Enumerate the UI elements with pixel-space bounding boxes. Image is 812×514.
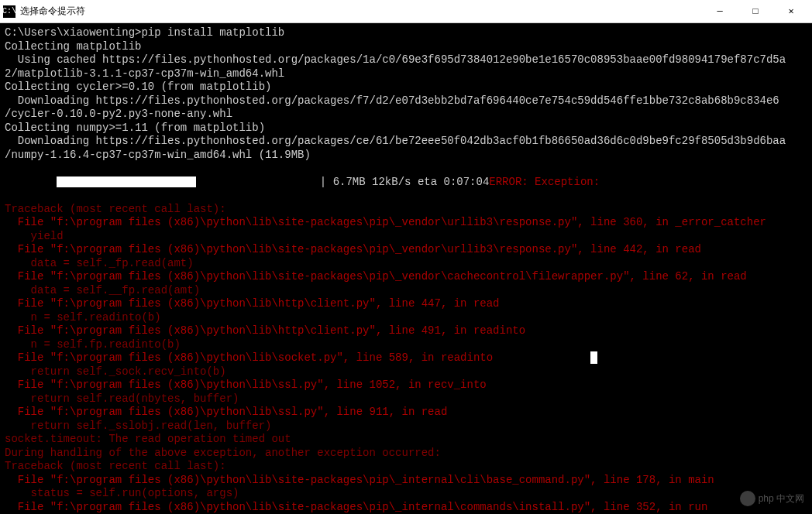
traceback-line: File "f:\program files (x86)\python\lib\… (5, 406, 807, 420)
terminal-line: Collecting numpy>=1.11 (from matplotlib) (5, 122, 807, 135)
traceback-line: File "f:\program files (x86)\python\lib\… (5, 501, 807, 515)
progress-line: | 6.7MB 12kB/s eta 0:07:04ERROR: Excepti… (5, 162, 807, 203)
close-button[interactable]: ✕ (773, 0, 809, 23)
traceback-line: return self._sock.recv_into(b) (5, 365, 807, 379)
terminal-line: C:\Users\xiaowenting>pip install matplot… (5, 26, 807, 40)
watermark-text: php 中文网 (759, 493, 804, 505)
traceback-line: return self.read(nbytes, buffer) (5, 392, 807, 406)
terminal-output[interactable]: C:\Users\xiaowenting>pip install matplot… (0, 23, 812, 514)
terminal-line: Downloading https://files.pythonhosted.o… (5, 135, 807, 149)
watermark-icon (740, 491, 755, 506)
cmd-icon: C:\ (3, 5, 15, 18)
traceback-line: status = self.run(options, args) (5, 487, 807, 501)
terminal-line: Collecting cycler>=0.10 (from matplotlib… (5, 81, 807, 94)
progress-text: | 6.7MB 12kB/s eta 0:07:04 (320, 176, 489, 188)
traceback-line: n = self.fp.readinto(b) (5, 338, 807, 352)
window-title: 选择命令提示符 (20, 5, 702, 18)
terminal-cursor (590, 351, 597, 364)
traceback-line: File "f:\program files (x86)\python\lib\… (5, 297, 807, 311)
traceback-line: n = self.readinto(b) (5, 311, 807, 325)
traceback-line: return self._sslobj.read(len, buffer) (5, 420, 807, 433)
terminal-line: /cycler-0.10.0-py2.py3-none-any.whl (5, 108, 807, 122)
traceback-line: Traceback (most recent call last): (5, 203, 807, 217)
traceback-line: yield (5, 230, 807, 244)
traceback-line: data = self.__fp.read(amt) (5, 284, 807, 298)
progress-error: ERROR: Exception: (489, 176, 600, 188)
traceback-line: Traceback (most recent call last): (5, 460, 807, 474)
window-controls: — □ ✕ (702, 0, 809, 23)
traceback-line: During handling of the above exception, … (5, 447, 807, 461)
traceback-line: File "f:\program files (x86)\python\lib\… (5, 379, 807, 392)
window-titlebar: C:\ 选择命令提示符 — □ ✕ (0, 0, 812, 23)
traceback-line: File "f:\program files (x86)\python\lib\… (5, 216, 807, 230)
watermark: php 中文网 (740, 491, 804, 506)
terminal-line: /numpy-1.16.4-cp37-cp37m-win_amd64.whl (… (5, 149, 807, 163)
traceback-line: File "f:\program files (x86)\python\lib\… (5, 243, 807, 257)
traceback-line: File "f:\program files (x86)\python\lib\… (5, 351, 807, 365)
terminal-line: 2/matplotlib-3.1.1-cp37-cp37m-win_amd64.… (5, 67, 807, 81)
traceback-line: data = self._fp.read(amt) (5, 257, 807, 271)
terminal-line: Collecting matplotlib (5, 40, 807, 54)
traceback-line: File "f:\program files (x86)\python\lib\… (5, 270, 807, 284)
traceback-line: File "f:\program files (x86)\python\lib\… (5, 324, 807, 338)
terminal-line: Using cached https://files.pythonhosted.… (5, 53, 807, 67)
traceback-line: socket.timeout: The read operation timed… (5, 433, 807, 447)
minimize-button[interactable]: — (702, 0, 738, 23)
maximize-button[interactable]: □ (738, 0, 773, 23)
traceback-line: File "f:\program files (x86)\python\lib\… (5, 474, 807, 488)
terminal-line: Downloading https://files.pythonhosted.o… (5, 94, 807, 108)
